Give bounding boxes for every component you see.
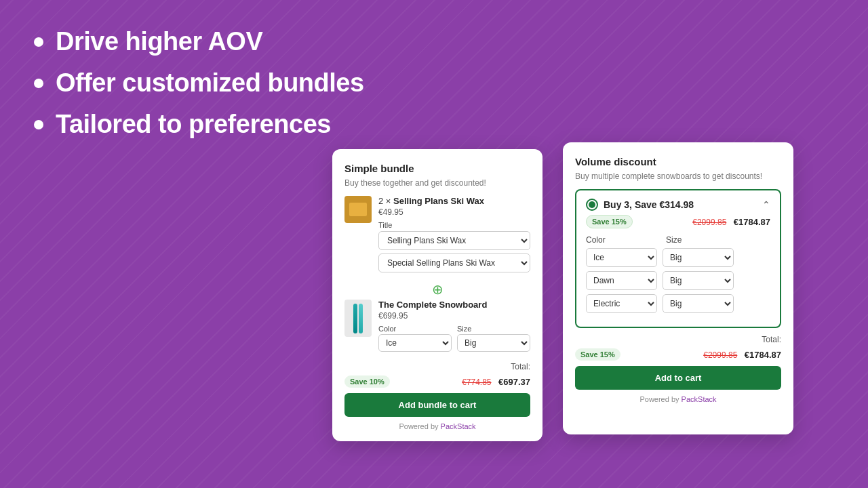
plan-price-row: €2099.85 €1784.87 <box>692 216 770 228</box>
product1-quantity: 2 × <box>378 196 391 206</box>
simple-bundle-card: Simple bundle Buy these together and get… <box>332 149 542 441</box>
price-row: €774.85 €697.37 <box>462 375 530 388</box>
packstack-link-right[interactable]: PackStack <box>682 395 717 403</box>
cs-color-2[interactable]: DawnIceElectric <box>586 271 657 290</box>
cs-size-2[interactable]: BigMediumSmall <box>663 271 734 290</box>
volume-card-subtitle: Buy multiple complete snowboards to get … <box>575 171 781 181</box>
cs-color-3[interactable]: ElectricIceDawn <box>586 294 657 313</box>
product1-title: Selling Plans Ski Wax <box>393 196 484 206</box>
product2-color-group: Color Ice Dawn Electric <box>378 325 452 352</box>
product1-thumbnail <box>344 196 372 223</box>
bullet-1: Drive higher AOV <box>34 27 364 56</box>
price-final: €697.37 <box>498 377 530 387</box>
product2-color-label: Color <box>378 325 452 333</box>
product2-size-group: Size Big Medium Small <box>457 325 530 352</box>
product2-info: The Complete Snowboard €699.95 Color Ice… <box>378 300 530 355</box>
bullet-dot-3 <box>34 120 43 129</box>
total-label: Total: <box>344 362 530 371</box>
price-crossed: €774.85 <box>462 378 491 387</box>
bullet-text-3: Tailored to preferences <box>56 110 331 139</box>
color-header: Color <box>586 235 660 245</box>
bullet-dot-1 <box>34 37 43 47</box>
size-header: Size <box>666 235 741 245</box>
bullet-2: Offer customized bundles <box>34 68 364 98</box>
product1-dropdown2[interactable]: Special Selling Plans Ski Wax <box>378 253 530 272</box>
plus-icon: ⊕ <box>344 283 530 296</box>
cards-area: Simple bundle Buy these together and get… <box>332 149 793 441</box>
add-to-cart-button[interactable]: Add to cart <box>575 366 781 390</box>
product1-info: 2 × Selling Plans Ski Wax €49.95 Title S… <box>378 196 530 276</box>
save-badge: Save 10% <box>344 375 390 388</box>
snowboard-icon <box>353 304 363 333</box>
product2-name: The Complete Snowboard <box>378 300 530 310</box>
bullet-dot-2 <box>34 79 43 88</box>
left-section: Drive higher AOV Offer customized bundle… <box>34 27 364 151</box>
plus-circle-icon: ⊕ <box>432 282 443 297</box>
plan-price-final: €1784.87 <box>734 217 770 227</box>
product1-name: 2 × Selling Plans Ski Wax <box>378 196 530 206</box>
product2-size-label: Size <box>457 325 530 333</box>
plan-box: Buy 3, Save €314.98 ⌃ Save 15% €2099.85 … <box>575 189 781 328</box>
volume-total-label: Total: <box>575 335 781 344</box>
cs-size-3[interactable]: BigMediumSmall <box>663 294 734 313</box>
cs-size-1[interactable]: BigMediumSmall <box>663 248 734 267</box>
cs-row-1: IceDawnElectric BigMediumSmall <box>586 248 770 267</box>
powered-by-left: Powered by PackStack <box>344 422 530 430</box>
plan-title-row: Buy 3, Save €314.98 <box>586 199 694 211</box>
product2-color-select[interactable]: Ice Dawn Electric <box>378 334 452 352</box>
bundle-card-subtitle: Buy these together and get discounted! <box>344 178 530 188</box>
product1-dropdown1[interactable]: Selling Plans Ski Wax <box>378 231 530 250</box>
bullet-text-2: Offer customized bundles <box>56 68 364 98</box>
bundle-card-title: Simple bundle <box>344 163 530 174</box>
product2-price: €699.95 <box>378 311 530 321</box>
volume-card-title: Volume discount <box>575 156 781 167</box>
plan-save-badge: Save 15% <box>586 215 633 228</box>
volume-discount-card: Volume discount Buy multiple complete sn… <box>563 142 793 434</box>
plan-header: Buy 3, Save €314.98 ⌃ <box>586 199 770 211</box>
product1-price: €49.95 <box>378 207 530 217</box>
product1-title-label: Title <box>378 221 530 229</box>
cs-row-3: ElectricIceDawn BigMediumSmall <box>586 294 770 313</box>
volume-save-badge: Save 15% <box>575 348 620 361</box>
product1-row: 2 × Selling Plans Ski Wax €49.95 Title S… <box>344 196 530 276</box>
bullet-text-1: Drive higher AOV <box>56 27 262 56</box>
snowboard-plank-2 <box>359 304 363 333</box>
powered-by-right: Powered by PackStack <box>575 395 781 403</box>
plan-radio[interactable] <box>586 199 598 211</box>
volume-price-crossed: €2099.85 <box>703 350 737 360</box>
savings-total-row: Save 10% €774.85 €697.37 <box>344 375 530 388</box>
product1-thumb-inner <box>349 203 367 216</box>
plan-price-crossed: €2099.85 <box>692 218 726 227</box>
cs-header-row: Color Size <box>586 235 770 245</box>
product2-size-select[interactable]: Big Medium Small <box>457 334 530 352</box>
radio-inner <box>589 201 595 208</box>
cs-color-1[interactable]: IceDawnElectric <box>586 248 657 267</box>
volume-price-final: €1784.87 <box>745 350 781 360</box>
cs-row-2: DawnIceElectric BigMediumSmall <box>586 271 770 290</box>
chevron-up-icon: ⌃ <box>762 199 770 210</box>
product2-row: The Complete Snowboard €699.95 Color Ice… <box>344 300 530 355</box>
product2-options-row: Color Ice Dawn Electric Size Big Medium … <box>378 325 530 352</box>
volume-savings-total-row: Save 15% €2099.85 €1784.87 <box>575 348 781 361</box>
product2-thumbnail <box>344 300 372 337</box>
add-bundle-cart-button[interactable]: Add bundle to cart <box>344 393 530 417</box>
snowboard-plank-1 <box>353 304 357 333</box>
plan-title-text: Buy 3, Save €314.98 <box>604 199 694 210</box>
volume-price-row: €2099.85 €1784.87 <box>703 348 781 361</box>
bullet-3: Tailored to preferences <box>34 110 364 139</box>
packstack-link-left[interactable]: PackStack <box>441 422 476 430</box>
